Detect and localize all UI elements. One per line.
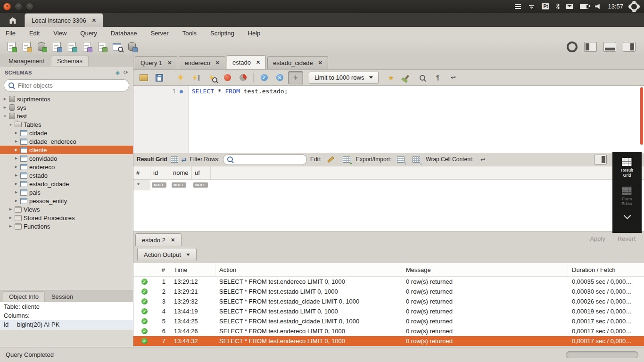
tree-item-estado[interactable]: ▶estado — [0, 171, 133, 180]
connection-tab[interactable]: Local instance 3306 ✕ — [25, 13, 103, 27]
window-close-button[interactable]: ✕ — [3, 3, 11, 10]
result-grid-panel-button[interactable]: Result Grid — [612, 156, 642, 180]
sql-editor[interactable]: 1 SELECT * FROM test.estado; — [133, 86, 644, 153]
schema-filter-box[interactable] — [4, 79, 129, 91]
expander-icon[interactable]: ▶ — [3, 106, 7, 109]
column-header-nome[interactable]: nome — [170, 166, 192, 179]
explain-plan-button[interactable] — [205, 72, 219, 84]
edit-record-button[interactable] — [325, 153, 337, 165]
menu-scripting[interactable]: Scripting — [209, 29, 235, 38]
action-output-row[interactable]: ✓ 5 13:44:25 SELECT * FROM test.estado_c… — [133, 316, 644, 326]
filter-rows-input[interactable] — [236, 156, 303, 163]
close-icon[interactable]: ✕ — [171, 237, 175, 243]
limit-rows-dropdown[interactable]: Limit to 1000 rows — [309, 72, 379, 84]
cell-nome[interactable]: NULL — [170, 180, 192, 190]
tree-item-functions[interactable]: ▶Functions — [0, 222, 133, 230]
session-gear-icon[interactable] — [630, 2, 638, 11]
column-header-uf[interactable]: uf — [192, 166, 211, 179]
toggle-autocommit-button[interactable] — [288, 71, 303, 84]
menu-server[interactable]: Server — [149, 29, 169, 38]
clock[interactable]: 13:57 — [608, 3, 623, 10]
expander-icon[interactable]: ▶ — [3, 97, 7, 101]
query-tab-endereco[interactable]: endereco✕ — [179, 56, 225, 69]
create-procedure-button[interactable] — [79, 41, 94, 53]
stop-query-button[interactable] — [220, 72, 234, 84]
menu-database[interactable]: Database — [110, 29, 138, 38]
bluetooth-icon[interactable] — [556, 3, 560, 9]
open-file-button[interactable] — [137, 72, 151, 84]
tree-item-pessoa-entity[interactable]: ▶pessoa_entity — [0, 197, 133, 205]
create-view-button[interactable] — [64, 41, 79, 53]
close-icon[interactable]: ✕ — [256, 59, 260, 66]
toggle-stop-on-error-button[interactable] — [236, 72, 250, 84]
action-output-row-selected[interactable]: ✓ 7 13:44:32 SELECT * FROM test.endereco… — [133, 336, 644, 346]
tree-item-sys[interactable]: ▶sys — [0, 103, 133, 112]
tree-item-stored-procedures[interactable]: ▶Stored Procedures — [0, 214, 133, 222]
close-icon[interactable]: ✕ — [318, 60, 322, 66]
tab-management[interactable]: Management — [3, 56, 50, 66]
tree-item-estado-cidade[interactable]: ▶estado_cidade — [0, 180, 133, 188]
export-records-button[interactable] — [395, 153, 407, 165]
insert-row-button[interactable] — [340, 153, 353, 165]
import-records-button[interactable] — [410, 153, 422, 165]
open-sql-script-button[interactable] — [19, 41, 34, 53]
find-button[interactable] — [415, 72, 429, 84]
toggle-result-side-panel-button[interactable] — [594, 155, 607, 165]
wrap-cell-content-button[interactable]: ↩ — [477, 153, 489, 165]
save-script-button[interactable] — [152, 72, 166, 84]
expander-icon[interactable]: ▶ — [14, 140, 18, 143]
wifi-icon[interactable] — [528, 4, 535, 9]
create-table-button[interactable] — [49, 41, 64, 53]
form-editor-panel-button[interactable]: Form Editor — [612, 185, 642, 209]
action-output-row[interactable]: ✓ 6 13:44:26 SELECT * FROM test.endereco… — [133, 326, 644, 336]
result-tab-estado2[interactable]: estado 2 ✕ — [135, 233, 182, 246]
editor-scrollbar-thumb[interactable] — [640, 87, 643, 145]
power-indicator-icon[interactable] — [515, 4, 521, 9]
toggle-invisible-chars-button[interactable]: ¶ — [431, 72, 445, 84]
execute-query-button[interactable] — [173, 72, 188, 84]
close-icon[interactable]: ✕ — [167, 60, 172, 66]
chevron-down-icon[interactable] — [623, 212, 631, 220]
expander-icon[interactable]: ▶ — [14, 156, 18, 160]
keyboard-layout-indicator[interactable]: Pt — [542, 3, 549, 9]
expander-icon[interactable]: ▶ — [14, 131, 18, 135]
tree-item-convidado[interactable]: ▶convidado — [0, 154, 133, 163]
toggle-left-sidebar-button[interactable] — [584, 42, 597, 52]
new-query-tab-button[interactable] — [4, 41, 19, 53]
home-tab[interactable] — [4, 14, 22, 27]
expander-icon[interactable]: ▶ — [14, 190, 18, 194]
apply-button[interactable]: Apply — [590, 235, 605, 242]
column-header-num[interactable]: # — [133, 166, 150, 179]
filter-rows-box[interactable] — [223, 154, 307, 165]
adjust-icon[interactable]: ◈ — [116, 69, 120, 76]
tree-item-test[interactable]: ▼test — [0, 112, 133, 120]
execute-current-statement-button[interactable] — [189, 72, 203, 84]
menu-file[interactable]: File — [5, 29, 17, 38]
menu-tools[interactable]: Tools — [182, 29, 198, 38]
volume-icon[interactable] — [595, 4, 601, 9]
close-icon[interactable]: ✕ — [92, 17, 96, 24]
toggle-bottom-panel-button[interactable] — [603, 42, 616, 52]
expander-icon[interactable]: ▶ — [8, 216, 13, 220]
create-schema-button[interactable] — [34, 41, 49, 53]
query-tab-query1[interactable]: Query 1✕ — [135, 56, 177, 69]
search-table-data-button[interactable] — [109, 41, 124, 53]
cell-id[interactable]: NULL — [150, 180, 170, 190]
query-tab-estado-cidade[interactable]: estado_cidade✕ — [267, 56, 328, 69]
query-tab-estado[interactable]: estado✕ — [227, 55, 266, 69]
cell-uf[interactable]: NULL — [192, 180, 211, 190]
revert-button[interactable]: Revert — [618, 235, 636, 242]
tab-schemas[interactable]: Schemas — [51, 56, 89, 66]
column-header-id[interactable]: id — [150, 166, 170, 179]
menu-view[interactable]: View — [52, 29, 67, 38]
action-output-row[interactable]: ✓ 2 13:29:21 SELECT * FROM test.estado L… — [133, 287, 644, 296]
tree-item-cidade-endereco[interactable]: ▶cidade_endereco — [0, 137, 133, 146]
tree-item-suprimentos[interactable]: ▶suprimentos — [0, 95, 133, 103]
refresh-icon[interactable]: ⟳ — [124, 69, 128, 76]
action-output-row[interactable]: ✓ 1 13:29:12 SELECT * FROM test.endereco… — [133, 277, 644, 287]
expander-icon[interactable]: ▶ — [8, 207, 13, 211]
mail-icon[interactable] — [566, 4, 573, 9]
tab-session[interactable]: Session — [46, 292, 79, 302]
action-output-row[interactable]: ✓ 4 13:44:19 SELECT * FROM test.estado L… — [133, 306, 644, 316]
tree-item-endereco[interactable]: ▶endereco — [0, 163, 133, 171]
